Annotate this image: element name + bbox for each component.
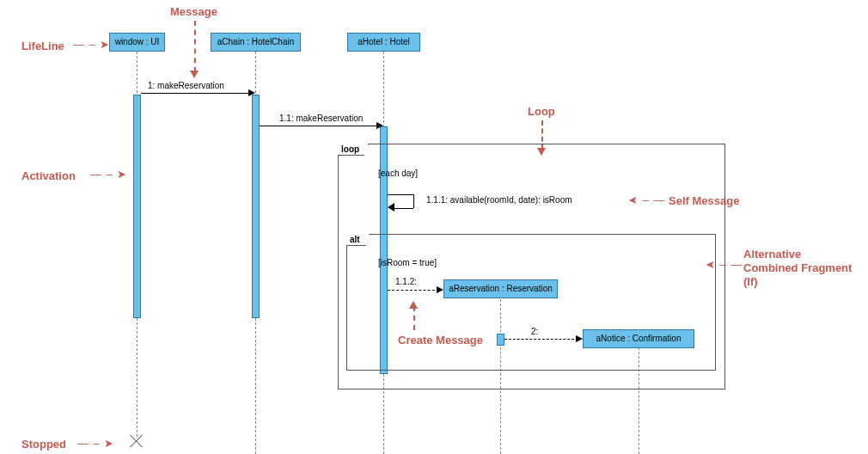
fragment-alt: alt bbox=[346, 234, 716, 371]
create-msg-112-label: 1.1.2: bbox=[395, 277, 417, 286]
lifeline-chain: aChain : HotelChain bbox=[211, 33, 301, 52]
annotation-lifeline-arrow: — – ➤ bbox=[73, 38, 110, 51]
annotation-loop: Loop bbox=[528, 105, 555, 118]
loop-tag: loop bbox=[338, 144, 369, 156]
annotation-message: Message bbox=[170, 5, 217, 18]
lifeline-confirmation: aNotice : Confirmation bbox=[583, 329, 694, 348]
arrow-head bbox=[376, 122, 383, 129]
message-1-label: 1: makeReservation bbox=[148, 81, 224, 90]
lifeline-reservation: aReservation : Reservation bbox=[443, 279, 558, 298]
text: Alternative bbox=[743, 248, 801, 261]
create-msg-2-label: 2: bbox=[531, 327, 538, 336]
self-msg-head bbox=[388, 203, 394, 212]
annotation-stopped-arrow: — – ➤ bbox=[77, 437, 114, 450]
self-msg-down bbox=[413, 194, 414, 208]
arrow-head bbox=[576, 335, 583, 342]
message-11-line bbox=[260, 126, 380, 126]
loop-guard: [each day] bbox=[378, 169, 418, 178]
arrow-head bbox=[437, 286, 443, 293]
sequence-diagram: { "annotations": { "message": "Message",… bbox=[0, 0, 868, 454]
self-msg-top bbox=[388, 194, 413, 195]
self-msg-label: 1.1.1: available(roomId, date): isRoom bbox=[426, 195, 572, 205]
text: (If) bbox=[743, 275, 758, 288]
lifeline-ui: window : UI bbox=[109, 33, 165, 52]
annotation-activation-arrow: — – ➤ bbox=[90, 168, 127, 181]
annotation-activation: Activation bbox=[21, 169, 76, 182]
annotation-lifeline: LifeLine bbox=[21, 40, 64, 52]
arrow-head bbox=[190, 71, 199, 78]
lifeline-hotel: aHotel : Hotel bbox=[347, 33, 420, 52]
text: Combined Fragment bbox=[743, 261, 852, 274]
annotation-stopped: Stopped bbox=[21, 438, 66, 451]
arrow-head bbox=[248, 89, 255, 96]
annotation-alt: Alternative Combined Fragment (If) bbox=[743, 248, 852, 289]
stop-icon bbox=[130, 434, 144, 448]
activation-chain bbox=[252, 95, 260, 318]
annotation-message-arrow bbox=[194, 21, 196, 72]
alt-guard: [isRoom = true] bbox=[378, 258, 437, 267]
alt-tag: alt bbox=[346, 234, 370, 246]
message-11-label: 1.1: makeReservation bbox=[279, 114, 363, 123]
activation-ui bbox=[133, 95, 141, 318]
create-msg-2-line bbox=[504, 339, 578, 340]
message-1-line bbox=[141, 93, 251, 94]
create-msg-112-line bbox=[388, 290, 439, 291]
